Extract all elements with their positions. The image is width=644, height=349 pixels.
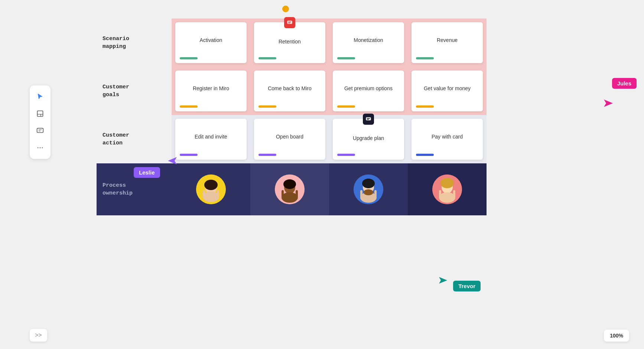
leslie-cursor-arrow	[168, 157, 177, 166]
retention-note[interactable]: Retention	[254, 22, 325, 63]
register-miro-text: Register in Miro	[193, 76, 229, 102]
avatar-man-beard	[354, 174, 383, 204]
edit-invite-text: Edit and invite	[195, 124, 227, 150]
scenario-mapping-label: Scenariomapping	[97, 19, 172, 67]
come-back-bar	[258, 105, 276, 108]
edit-invite-cell[interactable]: Edit and invite	[172, 115, 250, 163]
jules-cursor-arrow	[604, 100, 613, 108]
trevor-cursor-label: Trevor	[453, 281, 481, 291]
svg-point-18	[203, 192, 219, 202]
jules-cursor-label: Jules	[612, 78, 637, 89]
activation-bar	[180, 57, 198, 59]
register-miro-cell[interactable]: Register in Miro	[172, 67, 250, 115]
svg-point-29	[362, 179, 375, 188]
svg-rect-32	[360, 190, 362, 198]
svg-point-31	[364, 189, 373, 195]
svg-point-36	[440, 178, 454, 188]
monetization-text: Monetization	[354, 27, 383, 53]
customer-goals-label: Customergoals	[97, 67, 172, 115]
upgrade-plan-cell[interactable]: Upgrade plan	[329, 115, 408, 163]
nav-icon: >>	[35, 332, 42, 338]
open-board-text: Open board	[276, 124, 303, 150]
svg-marker-41	[168, 157, 177, 164]
premium-note[interactable]: Get premium options	[333, 71, 404, 111]
svg-rect-12	[366, 117, 371, 121]
svg-rect-9	[287, 21, 292, 24]
premium-text: Get premium options	[344, 76, 393, 102]
activation-note[interactable]: Activation	[175, 22, 247, 63]
pay-bar	[416, 154, 434, 156]
pay-card-cell[interactable]: Pay with card	[408, 115, 487, 163]
svg-point-37	[439, 192, 455, 203]
svg-rect-25	[282, 190, 284, 198]
avatar2-container	[254, 167, 325, 212]
avatar4-cell[interactable]	[408, 163, 487, 215]
svg-point-6	[38, 147, 39, 149]
open-board-note[interactable]: Open board	[254, 119, 325, 160]
pay-card-note[interactable]: Pay with card	[412, 119, 483, 160]
upgrade-plan-text: Upgrade plan	[353, 127, 384, 150]
svg-rect-20	[217, 190, 219, 198]
customer-action-label: Customeraction	[97, 115, 172, 163]
revenue-cell[interactable]: Revenue	[408, 19, 487, 67]
register-miro-note[interactable]: Register in Miro	[175, 71, 247, 111]
svg-marker-42	[439, 277, 447, 284]
register-bar	[180, 105, 198, 108]
trevor-name: Trevor	[458, 283, 475, 289]
avatar1-container	[175, 167, 247, 212]
upgrade-bar	[337, 154, 355, 156]
svg-rect-3	[37, 128, 43, 133]
scenario-map-table: Scenariomapping Activation	[97, 19, 487, 215]
premium-cell[interactable]: Get premium options	[329, 67, 408, 115]
monetization-note[interactable]: Monetization	[333, 22, 404, 63]
retention-cell[interactable]: Retention	[250, 19, 329, 67]
zoom-indicator: 100%	[604, 330, 629, 342]
come-back-note[interactable]: Come back to Miro	[254, 71, 325, 111]
edit-bar	[180, 154, 198, 156]
svg-marker-40	[604, 100, 613, 107]
retention-bar	[258, 57, 276, 59]
bottom-nav[interactable]: >>	[30, 329, 47, 342]
open-board-cell[interactable]: Open board	[250, 115, 329, 163]
value-money-cell[interactable]: Get value for money	[408, 67, 487, 115]
pay-card-text: Pay with card	[432, 124, 463, 150]
svg-point-17	[204, 180, 218, 190]
more-tools[interactable]	[33, 140, 48, 155]
edit-invite-note[interactable]: Edit and invite	[175, 119, 247, 160]
revenue-note[interactable]: Revenue	[412, 22, 483, 63]
cursor-tool[interactable]	[33, 89, 48, 104]
monetization-cell[interactable]: Monetization	[329, 19, 408, 67]
revenue-bar	[416, 57, 434, 59]
chat-icon-red	[284, 17, 295, 28]
jules-name: Jules	[617, 80, 631, 87]
value-money-note[interactable]: Get value for money	[412, 71, 483, 111]
sticky-note-tool[interactable]	[33, 106, 48, 121]
activation-text: Activation	[200, 27, 222, 53]
svg-point-23	[283, 179, 296, 189]
svg-rect-19	[203, 190, 205, 198]
svg-point-8	[42, 147, 43, 149]
board-container: Scenariomapping Activation	[97, 19, 622, 215]
come-back-cell[interactable]: Come back to Miro	[250, 67, 329, 115]
scenario-mapping-row: Scenariomapping Activation	[97, 19, 487, 67]
svg-rect-0	[38, 111, 43, 117]
svg-rect-26	[296, 190, 298, 198]
avatar3-cell[interactable]	[329, 163, 408, 215]
svg-rect-33	[374, 190, 377, 198]
comment-tool[interactable]	[33, 123, 48, 138]
customer-action-row: Customeraction Edit and invite Open boar…	[97, 115, 487, 163]
avatar-woman-blonde	[432, 174, 462, 204]
svg-rect-39	[453, 190, 455, 198]
avatar3-container	[333, 167, 404, 212]
activation-cell[interactable]: Activation	[172, 19, 250, 67]
avatar1-cell[interactable]	[172, 163, 250, 215]
trevor-cursor-arrow	[439, 277, 447, 285]
svg-point-24	[282, 192, 298, 203]
customer-goals-row: Customergoals Register in Miro Come back…	[97, 67, 487, 115]
upgrade-plan-note[interactable]: Upgrade plan	[333, 119, 404, 160]
avatar2-cell[interactable]	[250, 163, 329, 215]
svg-rect-38	[439, 190, 441, 198]
come-back-text: Come back to Miro	[268, 76, 311, 102]
avatar4-container	[412, 167, 483, 212]
retention-text: Retention	[279, 30, 301, 53]
